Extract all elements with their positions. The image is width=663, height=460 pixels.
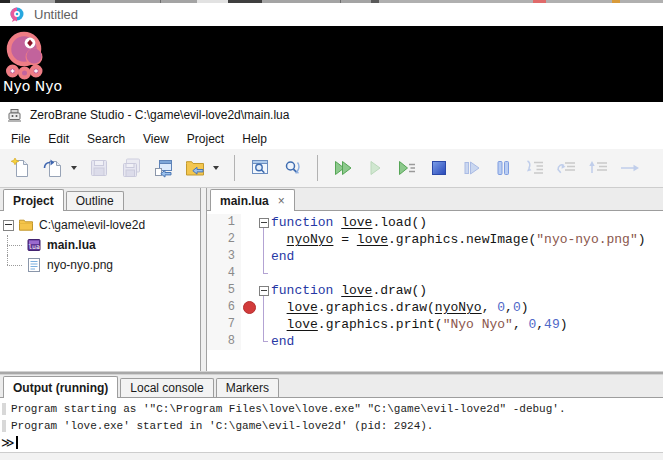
line-number[interactable]: 5 [207, 282, 241, 299]
project-from-file-icon [151, 156, 175, 180]
step-over-button[interactable] [555, 156, 579, 180]
fold-margin[interactable] [257, 299, 271, 316]
png-file-icon [26, 257, 42, 273]
step-out-icon [587, 156, 611, 180]
line-number[interactable]: 2 [207, 231, 241, 248]
tree-item-main-lua[interactable]: luamain.lua [0, 235, 200, 255]
save-button[interactable] [87, 156, 111, 180]
menu-item-project[interactable]: Project [178, 130, 233, 148]
line-number[interactable]: 4 [207, 265, 241, 282]
trace-button[interactable] [619, 156, 643, 180]
project-directory-dropdown[interactable] [211, 156, 221, 180]
break-process-button[interactable] [491, 156, 515, 180]
love-game-canvas: Nyo Nyo [0, 26, 663, 102]
code-line[interactable]: 1function love.load() [207, 214, 663, 231]
output-tab-markers[interactable]: Markers [216, 378, 279, 397]
step-out-button[interactable] [587, 156, 611, 180]
run-button[interactable] [331, 156, 355, 180]
menu-item-file[interactable]: File [2, 130, 39, 148]
tree-item-label: nyo-nyo.png [47, 258, 113, 272]
run-to-cursor-button[interactable] [395, 156, 419, 180]
line-number[interactable]: 3 [207, 248, 241, 265]
output-console[interactable]: Program starting as '"C:\Program Files\l… [0, 398, 663, 452]
line-number[interactable]: 8 [207, 333, 241, 350]
code-text: love.graphics.draw(nyoNyo, 0,0) [271, 300, 529, 315]
breakpoint-margin[interactable] [241, 299, 257, 316]
step-into-button[interactable] [523, 156, 547, 180]
code-line[interactable]: 2 nyoNyo = love.graphics.newImage("nyo-n… [207, 231, 663, 248]
output-line: Program 'love.exe' started in 'C:\game\e… [0, 417, 663, 434]
breakpoint-margin[interactable] [241, 231, 257, 248]
expander-minus-icon[interactable] [3, 220, 14, 231]
new-file-button[interactable] [9, 156, 33, 180]
stop-process-icon [427, 156, 451, 180]
find-button[interactable] [248, 156, 272, 180]
tree-connector [0, 255, 26, 275]
project-panel-tabbar: ProjectOutline [0, 188, 200, 211]
breakpoint-margin[interactable] [241, 316, 257, 333]
editor-tab-main-lua[interactable]: main.lua× [210, 189, 295, 211]
output-text: Program 'love.exe' started in 'C:\game\e… [11, 420, 433, 432]
breakpoint-margin[interactable] [241, 265, 257, 282]
open-file-button[interactable] [41, 156, 65, 180]
svg-text:lua: lua [28, 243, 40, 251]
fold-collapse-icon[interactable] [259, 286, 269, 296]
save-all-button[interactable] [119, 156, 143, 180]
code-line[interactable]: 7 love.graphics.print("Nyo Nyo", 0,49) [207, 316, 663, 333]
open-file-dropdown[interactable] [69, 156, 79, 180]
project-panel: ProjectOutline C:\game\evil-love2dluamai… [0, 188, 201, 371]
breakpoint-margin[interactable] [241, 214, 257, 231]
breakpoint-margin[interactable] [241, 248, 257, 265]
project-from-file-button[interactable] [151, 156, 175, 180]
output-tabbar: Output (running)Local consoleMarkers [0, 375, 663, 398]
project-tree: C:\game\evil-love2dluamain.luanyo-nyo.pn… [0, 211, 200, 371]
console-prompt-row[interactable]: ≫ [0, 434, 663, 451]
breakpoint-margin[interactable] [241, 333, 257, 350]
project-panel-tab-project[interactable]: Project [3, 189, 64, 211]
fold-margin[interactable] [257, 282, 271, 299]
step-over-icon [555, 156, 579, 180]
code-line[interactable]: 4 [207, 265, 663, 282]
tree-item-label: C:\game\evil-love2d [39, 218, 145, 232]
menu-item-search[interactable]: Search [78, 130, 134, 148]
output-tab-local-console[interactable]: Local console [120, 378, 213, 397]
zerobrane-titlebar: ZeroBrane Studio - C:\game\evil-love2d\m… [0, 102, 663, 128]
code-editor[interactable]: 1function love.load()2 nyoNyo = love.gra… [207, 211, 663, 371]
project-directory-button[interactable] [183, 156, 207, 180]
fold-margin[interactable] [257, 231, 271, 248]
detach-process-icon [459, 156, 483, 180]
line-number[interactable]: 1 [207, 214, 241, 231]
menu-item-help[interactable]: Help [233, 130, 276, 148]
fold-margin[interactable] [257, 316, 271, 333]
fold-collapse-icon[interactable] [259, 218, 269, 228]
breakpoint-icon[interactable] [243, 301, 256, 314]
menu-bar: FileEditSearchViewProjectHelp [0, 128, 663, 149]
code-line[interactable]: 5function love.draw() [207, 282, 663, 299]
fold-margin[interactable] [257, 214, 271, 231]
tree-item-nyo-nyo-png[interactable]: nyo-nyo.png [0, 255, 200, 275]
menu-item-edit[interactable]: Edit [39, 130, 78, 148]
toolbar-separator [234, 155, 235, 181]
menu-item-view[interactable]: View [134, 130, 178, 148]
stop-process-button[interactable] [427, 156, 451, 180]
breakpoint-margin[interactable] [241, 282, 257, 299]
find-and-replace-button[interactable] [280, 156, 304, 180]
fold-margin[interactable] [257, 333, 271, 350]
game-text-nyo-nyo: Nyo Nyo [3, 78, 62, 94]
output-margin-mark [2, 403, 6, 415]
code-line[interactable]: 8end [207, 333, 663, 350]
code-line[interactable]: 3end [207, 248, 663, 265]
output-tab-output-running[interactable]: Output (running) [3, 376, 118, 398]
close-icon[interactable]: × [278, 194, 285, 208]
fold-margin[interactable] [257, 248, 271, 265]
fold-margin[interactable] [257, 265, 271, 282]
code-line[interactable]: 6 love.graphics.draw(nyoNyo, 0,0) [207, 299, 663, 316]
project-panel-tab-outline[interactable]: Outline [66, 191, 124, 210]
line-number[interactable]: 6 [207, 299, 241, 316]
tree-item-c-game-evil-love2d[interactable]: C:\game\evil-love2d [0, 215, 200, 235]
line-number[interactable]: 7 [207, 316, 241, 333]
zerobrane-window: ZeroBrane Studio - C:\game\evil-love2d\m… [0, 102, 663, 460]
detach-process-button[interactable] [459, 156, 483, 180]
start-debugging-button[interactable] [363, 156, 387, 180]
output-panel: Output (running)Local consoleMarkers Pro… [0, 375, 663, 452]
